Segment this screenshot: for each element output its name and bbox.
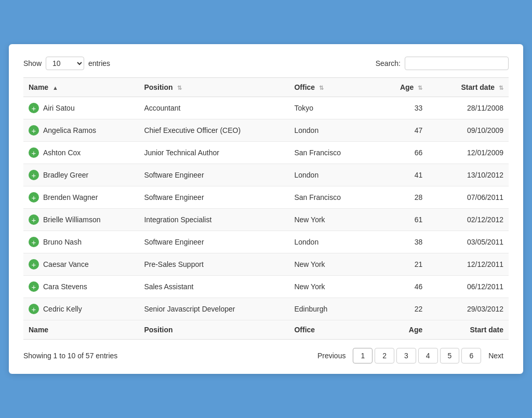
- cell-position: Junior Technical Author: [139, 142, 289, 164]
- cell-age: 47: [381, 119, 428, 142]
- cell-name: +Ashton Cox: [23, 142, 139, 164]
- cell-office: New York: [289, 209, 381, 231]
- name-text: Cedric Kelly: [43, 305, 82, 313]
- table-footer-row: Name Position Office Age Start date: [23, 320, 509, 340]
- cell-office: Tokyo: [289, 97, 381, 119]
- data-table: Name ▲ Position ⇅ Office ⇅ Age ⇅ Start d…: [23, 77, 509, 340]
- expand-icon[interactable]: +: [29, 259, 39, 269]
- cell-startdate: 29/03/2012: [428, 298, 509, 320]
- next-button[interactable]: Next: [483, 348, 509, 363]
- page-button-1[interactable]: 1: [353, 348, 373, 363]
- cell-startdate: 12/12/2011: [428, 253, 509, 276]
- cell-name: +Cara Stevens: [23, 276, 139, 298]
- table-row: +Bradley GreerSoftware EngineerLondon411…: [23, 164, 509, 186]
- page-button-3[interactable]: 3: [396, 348, 416, 363]
- bottom-bar: Showing 1 to 10 of 57 entries Previous 1…: [23, 348, 509, 363]
- page-button-2[interactable]: 2: [375, 348, 394, 363]
- show-entries-control: Show 10 25 50 100 entries: [23, 57, 110, 70]
- cell-name: +Bradley Greer: [23, 164, 139, 186]
- cell-name: +Bruno Nash: [23, 231, 139, 253]
- cell-position: Senior Javascript Developer: [139, 298, 289, 320]
- page-button-4[interactable]: 4: [418, 348, 438, 363]
- col-footer-age: Age: [381, 320, 428, 340]
- cell-position: Pre-Sales Support: [139, 253, 289, 276]
- page-button-5[interactable]: 5: [440, 348, 460, 363]
- cell-name: +Brielle Williamson: [23, 209, 139, 231]
- cell-startdate: 02/12/2012: [428, 209, 509, 231]
- cell-startdate: 13/10/2012: [428, 164, 509, 186]
- expand-icon[interactable]: +: [29, 147, 39, 158]
- search-input[interactable]: [405, 57, 509, 70]
- table-row: +Ashton CoxJunior Technical AuthorSan Fr…: [23, 142, 509, 164]
- cell-position: Sales Assistant: [139, 276, 289, 298]
- top-bar: Show 10 25 50 100 entries Search:: [23, 57, 509, 70]
- col-footer-name: Name: [23, 320, 139, 340]
- expand-icon[interactable]: +: [29, 170, 39, 180]
- cell-position: Software Engineer: [139, 164, 289, 186]
- sort-icon-position: ⇅: [177, 85, 182, 91]
- cell-office: Edinburgh: [289, 298, 381, 320]
- cell-age: 38: [381, 231, 428, 253]
- table-row: +Brenden WagnerSoftware EngineerSan Fran…: [23, 186, 509, 209]
- col-header-name[interactable]: Name ▲: [23, 78, 139, 97]
- cell-position: Chief Executive Officer (CEO): [139, 119, 289, 142]
- cell-office: San Francisco: [289, 142, 381, 164]
- cell-age: 33: [381, 97, 428, 119]
- cell-position: Accountant: [139, 97, 289, 119]
- cell-office: London: [289, 164, 381, 186]
- cell-age: 66: [381, 142, 428, 164]
- name-text: Brielle Williamson: [43, 215, 100, 224]
- expand-icon[interactable]: +: [29, 103, 39, 113]
- name-text: Airi Satou: [43, 104, 75, 112]
- table-header-row: Name ▲ Position ⇅ Office ⇅ Age ⇅ Start d…: [23, 78, 509, 97]
- col-footer-startdate: Start date: [428, 320, 509, 340]
- cell-name: +Angelica Ramos: [23, 119, 139, 142]
- name-text: Bradley Greer: [43, 171, 88, 179]
- expand-icon[interactable]: +: [29, 281, 39, 292]
- sort-icon-age: ⇅: [418, 85, 422, 91]
- entries-select[interactable]: 10 25 50 100: [46, 57, 84, 70]
- expand-icon[interactable]: +: [29, 125, 39, 136]
- cell-startdate: 09/10/2009: [428, 119, 509, 142]
- col-footer-office: Office: [289, 320, 381, 340]
- name-text: Cara Stevens: [43, 282, 87, 291]
- search-bar: Search:: [376, 57, 509, 70]
- cell-name: +Airi Satou: [23, 97, 139, 119]
- cell-age: 28: [381, 186, 428, 209]
- col-header-startdate[interactable]: Start date ⇅: [428, 78, 509, 97]
- cell-office: New York: [289, 253, 381, 276]
- cell-startdate: 28/11/2008: [428, 97, 509, 119]
- expand-icon[interactable]: +: [29, 237, 39, 247]
- cell-name: +Brenden Wagner: [23, 186, 139, 209]
- cell-startdate: 07/06/2011: [428, 186, 509, 209]
- expand-icon[interactable]: +: [29, 304, 39, 314]
- cell-age: 22: [381, 298, 428, 320]
- col-footer-position: Position: [139, 320, 289, 340]
- cell-office: San Francisco: [289, 186, 381, 209]
- cell-name: +Caesar Vance: [23, 253, 139, 276]
- name-text: Caesar Vance: [43, 260, 89, 268]
- page-button-6[interactable]: 6: [461, 348, 481, 363]
- table-row: +Cedric KellySenior Javascript Developer…: [23, 298, 509, 320]
- table-body: +Airi SatouAccountantTokyo3328/11/2008+A…: [23, 97, 509, 320]
- cell-age: 46: [381, 276, 428, 298]
- sort-icon-name: ▲: [52, 85, 58, 91]
- cell-office: London: [289, 231, 381, 253]
- cell-position: Integration Specialist: [139, 209, 289, 231]
- cell-position: Software Engineer: [139, 186, 289, 209]
- name-text: Brenden Wagner: [43, 193, 98, 201]
- col-header-position[interactable]: Position ⇅: [139, 78, 289, 97]
- table-row: +Angelica RamosChief Executive Officer (…: [23, 119, 509, 142]
- sort-icon-office: ⇅: [319, 85, 324, 91]
- table-row: +Brielle WilliamsonIntegration Specialis…: [23, 209, 509, 231]
- col-header-office[interactable]: Office ⇅: [289, 78, 381, 97]
- cell-age: 41: [381, 164, 428, 186]
- cell-office: London: [289, 119, 381, 142]
- col-header-age[interactable]: Age ⇅: [381, 78, 428, 97]
- expand-icon[interactable]: +: [29, 192, 39, 203]
- expand-icon[interactable]: +: [29, 214, 39, 225]
- cell-name: +Cedric Kelly: [23, 298, 139, 320]
- table-row: +Bruno NashSoftware EngineerLondon3803/0…: [23, 231, 509, 253]
- cell-startdate: 03/05/2011: [428, 231, 509, 253]
- prev-button[interactable]: Previous: [312, 348, 351, 363]
